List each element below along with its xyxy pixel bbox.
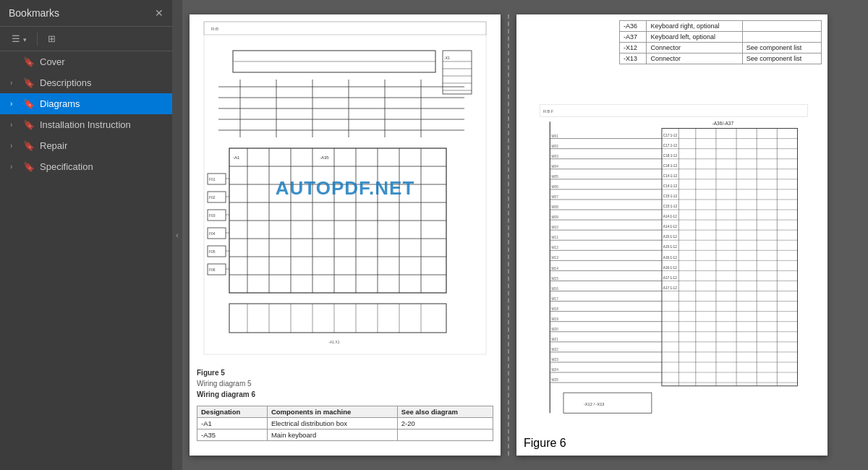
table-row: -A35 Main keyboard [197,430,493,441]
sidebar-item-cover[interactable]: 🔖 Cover [0,51,172,72]
table-row: -A37 Keyboard left, optional [620,32,822,43]
sidebar-toolbar: ☰ ▾ ⊞ [0,27,172,51]
col-components: Components in machine [267,406,397,418]
diagrams-bookmark-icon: 🔖 [23,98,35,109]
note-a36 [742,21,821,32]
svg-text:F05: F05 [209,249,216,254]
figure-bold-title: Wiring diagram 6 [197,389,493,400]
svg-text:W24: W24 [551,368,558,372]
wiring-diagram-6: R:B F [516,101,827,427]
pdf-page-2: -A36 Keyboard right, optional -A37 Keybo… [516,14,827,456]
svg-text:A16:1-12: A16:1-12 [663,256,677,260]
svg-text:-A36/-A37: -A36/-A37 [712,121,734,126]
svg-text:F04: F04 [209,231,216,236]
svg-text:W14: W14 [551,267,558,270]
table-row: -X13 Connector See component list [620,54,822,64]
figure-number: Figure 5 [197,367,493,378]
svg-rect-72 [540,105,807,117]
sidebar-item-repair[interactable]: › 🔖 Repair [0,135,172,156]
svg-text:A17:1-12: A17:1-12 [663,286,677,290]
collapse-handle[interactable]: ‹ [172,0,182,470]
svg-text:F03: F03 [209,213,216,218]
component-a1: Electrical distribution box [267,418,397,430]
descriptions-bookmark-icon: 🔖 [23,77,35,88]
descriptions-arrow-icon: › [10,79,20,87]
top-reference-table: -A36 Keyboard right, optional -A37 Keybo… [619,20,822,64]
svg-text:F06: F06 [209,268,216,272]
table-row: -A1 Electrical distribution box 2-20 [197,418,493,430]
sidebar-item-diagrams-label: Diagrams [40,98,80,109]
svg-text:C14:1-12: C14:1-12 [663,174,678,178]
figure-subtitle: Wiring diagram 5 [197,378,493,389]
svg-text:F01: F01 [209,177,216,181]
pages-scroll[interactable]: AUTOPDF.NET R:B [182,0,868,470]
table-row: -X12 Connector See component list [620,43,822,54]
svg-text:W05: W05 [551,175,558,179]
svg-text:F02: F02 [209,195,216,200]
page2-figure-caption: Figure 6 [524,437,566,450]
sidebar-header: Bookmarks ✕ [0,0,172,27]
svg-text:C18:1-12: C18:1-12 [663,164,678,168]
svg-text:W12: W12 [551,246,558,249]
svg-text:C15:1-12: C15:1-12 [663,205,678,208]
toolbar-separator [37,33,38,46]
repair-arrow-icon: › [10,142,20,150]
svg-text:C14:1-12: C14:1-12 [663,184,678,188]
expand-all-icon: ☰ [12,33,20,44]
svg-text:A17:1-12: A17:1-12 [663,276,677,280]
bookmark-view-button[interactable]: ⊞ [43,31,60,46]
svg-text:W01: W01 [551,134,558,138]
sidebar: Bookmarks ✕ ☰ ▾ ⊞ 🔖 Cover › 🔖 Descriptio… [0,0,172,470]
table-row: -A36 Keyboard right, optional [620,21,822,32]
svg-text:W04: W04 [551,165,558,168]
diagram-a35 [397,430,493,441]
svg-text:-A1: -A1 [233,155,240,160]
sidebar-item-specification[interactable]: › 🔖 Specification [0,156,172,177]
svg-text:W16: W16 [551,287,558,291]
pdf-page-1: AUTOPDF.NET R:B [190,14,501,456]
svg-text:W10: W10 [551,226,558,229]
svg-text:A14:1-12: A14:1-12 [663,215,677,218]
svg-text:W02: W02 [551,145,558,148]
svg-text:W19: W19 [551,317,558,321]
sidebar-close-button[interactable]: ✕ [155,8,163,18]
wiring-diagram-5: AUTOPDF.NET R:B [190,14,501,362]
diagram-a1: 2-20 [397,418,493,430]
sidebar-item-descriptions[interactable]: › 🔖 Descriptions [0,72,172,93]
page1-figure-caption: Figure 5 Wiring diagram 5 Wiring diagram… [190,362,501,403]
expand-all-button[interactable]: ☰ ▾ [7,31,31,46]
page1-content: AUTOPDF.NET R:B [190,14,501,456]
svg-text:R:B F: R:B F [543,109,554,114]
sidebar-item-specification-label: Specification [40,161,93,172]
sidebar-item-repair-label: Repair [40,140,67,151]
repair-bookmark-icon: 🔖 [23,140,35,151]
sidebar-item-diagrams[interactable]: › 🔖 Diagrams [0,93,172,114]
component-table: Designation Components in machine See al… [197,406,493,441]
svg-text:C18:1-12: C18:1-12 [663,154,678,158]
sidebar-item-descriptions-label: Descriptions [40,77,92,88]
svg-text:W20: W20 [551,328,558,331]
svg-text:C17:1-12: C17:1-12 [663,134,678,137]
comp-x12: Connector [647,43,742,54]
col-see-diagram: See also diagram [397,406,493,418]
svg-text:W17: W17 [551,297,558,301]
svg-text:W03: W03 [551,155,558,158]
svg-text:W08: W08 [551,205,558,209]
wiring-svg-5: R:B [190,14,501,362]
sidebar-item-installation[interactable]: › 🔖 Installation Instruction [0,114,172,135]
collapse-icon: ‹ [176,231,178,239]
svg-rect-174 [563,393,652,413]
svg-text:W18: W18 [551,307,558,311]
svg-text:A14:1-12: A14:1-12 [663,225,677,228]
ref-a37: -A37 [620,32,647,43]
svg-text:A16:1-12: A16:1-12 [663,266,677,270]
page2-figure-number: Figure 6 [524,437,566,449]
note-a37 [742,32,821,43]
designation-a35: -A35 [197,430,268,441]
installation-bookmark-icon: 🔖 [23,119,35,130]
svg-text:W11: W11 [551,236,558,239]
wiring-svg-6: R:B F [516,101,827,427]
ref-x13: -X13 [620,54,647,64]
col-designation: Designation [197,406,268,418]
sidebar-item-installation-label: Installation Instruction [40,119,131,130]
